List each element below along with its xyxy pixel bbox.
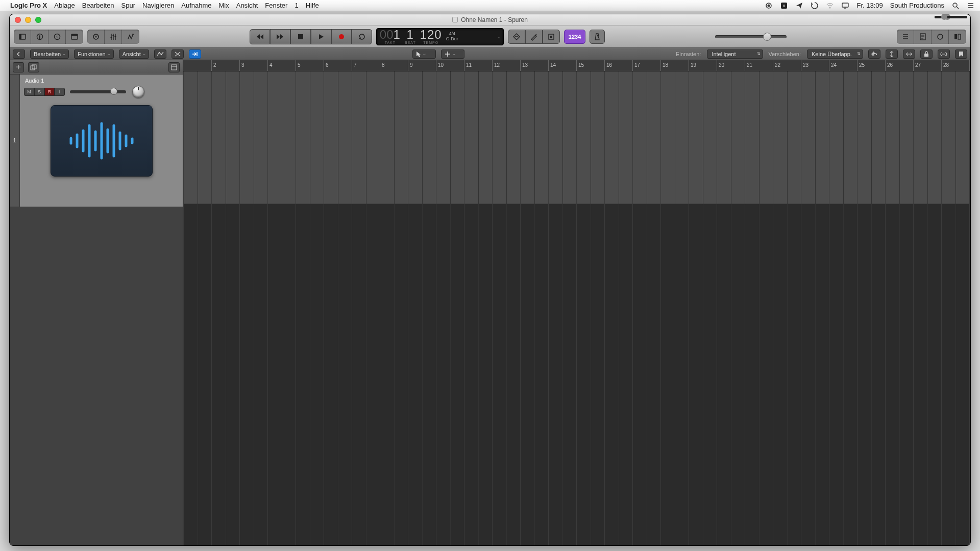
- status-sync-icon[interactable]: [811, 2, 819, 10]
- track-icon[interactable]: [51, 105, 153, 177]
- status-wifi-icon[interactable]: [826, 2, 834, 10]
- pointer-tool[interactable]: ⌵: [412, 49, 436, 59]
- view-menu[interactable]: Ansicht⌵: [119, 49, 149, 59]
- add-track-button[interactable]: ＋: [13, 62, 24, 72]
- svg-rect-21: [298, 34, 303, 39]
- gridline-bar: [969, 71, 970, 545]
- app-menu[interactable]: Logic Pro X: [10, 2, 47, 9]
- mode-buttons: [508, 30, 560, 44]
- track-index: 1: [10, 74, 20, 207]
- marker-icon[interactable]: [955, 49, 967, 59]
- list-editors-button[interactable]: [897, 30, 914, 44]
- waveform-zoom-button[interactable]: [868, 49, 880, 59]
- play-button[interactable]: [311, 29, 331, 44]
- toolbar-button[interactable]: [66, 30, 83, 44]
- menu-aufnahme[interactable]: Aufnahme: [181, 2, 211, 9]
- record-button[interactable]: [331, 29, 352, 44]
- menubar-list-icon[interactable]: [967, 2, 975, 10]
- lowlatency-button[interactable]: [543, 30, 560, 44]
- alt-tool[interactable]: ⌵: [441, 49, 464, 59]
- gridline-bar: [941, 71, 942, 545]
- flex-button[interactable]: [172, 49, 184, 59]
- lcd-display[interactable]: 001 TAKT 1 BEAT 120 TEMPO 4/4 C-Dur ⌵: [376, 28, 504, 45]
- mute-button[interactable]: M: [24, 88, 34, 96]
- media-browser-button[interactable]: [949, 30, 966, 44]
- menu-ablage[interactable]: Ablage: [54, 2, 75, 9]
- functions-menu[interactable]: Funktionen⌵: [74, 49, 113, 59]
- back-button[interactable]: [13, 49, 25, 59]
- automation-button[interactable]: [154, 49, 166, 59]
- window-title: Ohne Namen 1 - Spuren: [10, 16, 970, 23]
- catch-playhead-button[interactable]: [189, 49, 201, 59]
- status-location-icon[interactable]: [795, 2, 803, 10]
- library-button[interactable]: [14, 30, 31, 44]
- gridline-beat: [338, 71, 338, 545]
- menu-hilfe[interactable]: Hilfe: [306, 2, 319, 9]
- lcd-key: C-Dur: [446, 37, 458, 41]
- link-icon[interactable]: [938, 49, 950, 59]
- bar-ruler[interactable]: 2345678910111213141516171819202122232425…: [183, 60, 970, 71]
- solo-button[interactable]: S: [34, 88, 44, 96]
- track-lane[interactable]: [183, 71, 970, 204]
- menubar-user[interactable]: South Productions: [890, 2, 944, 9]
- count-in-button[interactable]: 1234: [564, 30, 585, 44]
- logic-window: Ohne Namen 1 - Spuren ? 001 T: [9, 14, 971, 546]
- vertical-autozoom-button[interactable]: [886, 49, 898, 59]
- menu-mix[interactable]: Mix: [219, 2, 229, 9]
- metronome-button[interactable]: [590, 30, 605, 44]
- horizontal-zoom-slider[interactable]: [935, 16, 967, 18]
- menu-bearbeiten[interactable]: Bearbeiten: [82, 2, 114, 9]
- gridline-bar: [717, 71, 717, 545]
- menu-fenster[interactable]: Fenster: [265, 2, 287, 9]
- duplicate-track-button[interactable]: [28, 62, 39, 72]
- snap-select[interactable]: Intelligent⇅: [707, 49, 763, 59]
- quickhelp-button[interactable]: ?: [48, 30, 66, 44]
- status-display-icon[interactable]: [841, 2, 849, 10]
- horizontal-autozoom-button[interactable]: [903, 49, 915, 59]
- spotlight-icon[interactable]: [951, 2, 960, 10]
- notepad-button[interactable]: [914, 30, 932, 44]
- lcd-takt-label: TAKT: [385, 41, 396, 44]
- input-monitor-button[interactable]: I: [55, 88, 65, 96]
- smart-controls-button[interactable]: [87, 30, 105, 44]
- lcd-dropdown-icon[interactable]: ⌵: [498, 34, 500, 39]
- master-volume-thumb[interactable]: [763, 33, 771, 41]
- track-list-empty: [10, 207, 183, 545]
- cycle-button[interactable]: [352, 29, 372, 44]
- snap-value: Intelligent: [712, 51, 736, 57]
- menu-ansicht[interactable]: Ansicht: [236, 2, 258, 9]
- master-volume-slider[interactable]: [715, 35, 787, 38]
- rewind-button[interactable]: [250, 29, 270, 44]
- arrange-grid[interactable]: [183, 71, 970, 545]
- track-name[interactable]: Audio 1: [25, 78, 179, 84]
- editors-button[interactable]: [122, 30, 139, 44]
- gridline-beat: [198, 71, 198, 545]
- gridline-bar: [660, 71, 661, 545]
- svg-rect-11: [39, 36, 40, 39]
- menu-navigieren[interactable]: Navigieren: [142, 2, 174, 9]
- document-proxy-icon[interactable]: [452, 17, 458, 22]
- stop-button[interactable]: [290, 29, 311, 44]
- edit-menu[interactable]: Bearbeiten⌵: [30, 49, 69, 59]
- updown-icon: ⇅: [857, 52, 861, 56]
- track-row[interactable]: 1 Audio 1 M S R I: [10, 74, 183, 207]
- inspector-button[interactable]: [31, 30, 48, 44]
- waveform-icon: [66, 120, 137, 161]
- menu-1[interactable]: 1: [295, 2, 298, 9]
- autopunch-button[interactable]: [525, 30, 543, 44]
- gridline-beat: [871, 71, 872, 545]
- global-tracks-button[interactable]: [168, 62, 180, 72]
- mixer-button[interactable]: [105, 30, 122, 44]
- status-app-icon[interactable]: X: [780, 2, 788, 10]
- track-volume-fader[interactable]: [70, 90, 126, 93]
- menu-spur[interactable]: Spur: [121, 2, 135, 9]
- status-record-icon[interactable]: [765, 2, 773, 10]
- move-select[interactable]: Keine Überlapp.⇅: [807, 49, 863, 59]
- loop-browser-button[interactable]: [932, 30, 949, 44]
- replace-mode-button[interactable]: [508, 30, 525, 44]
- record-enable-button[interactable]: R: [44, 88, 55, 96]
- menubar-clock[interactable]: Fr. 13:09: [856, 2, 883, 9]
- track-pan-knob[interactable]: [132, 86, 144, 98]
- forward-button[interactable]: [270, 29, 290, 44]
- lock-icon[interactable]: [920, 49, 933, 59]
